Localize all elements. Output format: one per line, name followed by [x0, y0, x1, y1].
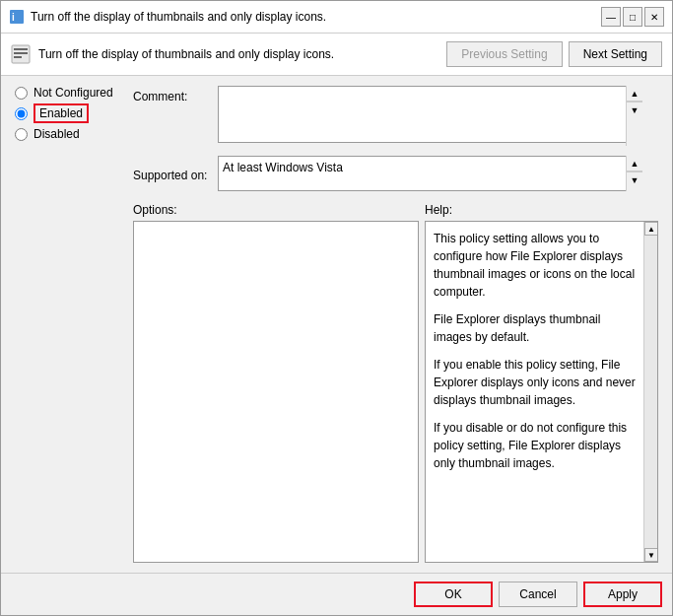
supported-scroll-down[interactable]: ▼ — [627, 171, 642, 187]
radio-section: Not Configured Enabled Disabled — [15, 86, 133, 141]
comment-label: Comment: — [133, 86, 212, 103]
prev-setting-button[interactable]: Previous Setting — [446, 41, 562, 67]
help-para-1: This policy setting allows you to config… — [434, 230, 636, 301]
panels-row: Options: Help: This policy setting allow… — [133, 203, 658, 563]
help-title: Help: — [425, 203, 658, 217]
ok-button[interactable]: OK — [414, 582, 493, 607]
close-button[interactable]: ✕ — [644, 7, 664, 27]
title-bar: i Turn off the display of thumbnails and… — [1, 1, 672, 34]
radio-disabled-label: Disabled — [34, 127, 80, 141]
svg-rect-4 — [14, 52, 28, 54]
radio-not-configured-label: Not Configured — [34, 86, 113, 100]
options-panel: Options: — [133, 203, 419, 563]
header-policy-icon — [11, 44, 31, 64]
svg-rect-3 — [14, 48, 28, 50]
cancel-button[interactable]: Cancel — [499, 582, 577, 607]
maximize-button[interactable]: □ — [623, 7, 642, 27]
header-buttons: Previous Setting Next Setting — [446, 41, 662, 67]
comment-scrollbar[interactable]: ▲ ▼ — [626, 86, 641, 146]
scroll-down-arrow[interactable]: ▼ — [627, 102, 642, 117]
help-para-2: File Explorer displays thumbnail images … — [434, 310, 636, 346]
radio-not-configured-input[interactable] — [15, 87, 28, 100]
supported-value: At least Windows Vista — [218, 156, 641, 191]
svg-text:i: i — [12, 12, 15, 23]
svg-rect-5 — [14, 56, 22, 58]
right-panel: Comment: ▲ ▼ Supported on: At least Wind… — [133, 86, 658, 563]
header-text: Turn off the display of thumbnails and o… — [38, 47, 438, 61]
help-content: This policy setting allows you to config… — [426, 222, 643, 490]
header-row: Turn off the display of thumbnails and o… — [1, 34, 672, 76]
left-panel: Not Configured Enabled Disabled — [15, 86, 133, 563]
help-para-3: If you enable this policy setting, File … — [434, 356, 636, 409]
help-scrollbar[interactable]: ▲ ▼ — [643, 222, 657, 562]
options-title: Options: — [133, 203, 419, 217]
help-box: This policy setting allows you to config… — [425, 221, 658, 563]
radio-enabled-label: Enabled — [34, 103, 89, 123]
help-scroll-up[interactable]: ▲ — [644, 222, 658, 236]
options-box — [133, 221, 419, 563]
supported-row: Supported on: At least Windows Vista ▲ ▼ — [133, 156, 658, 191]
title-bar-controls: — □ ✕ — [601, 7, 664, 27]
radio-disabled[interactable]: Disabled — [15, 127, 133, 141]
supported-scrollbar[interactable]: ▲ ▼ — [626, 156, 641, 191]
radio-disabled-input[interactable] — [15, 128, 28, 141]
comment-row: Comment: ▲ ▼ — [133, 86, 658, 146]
main-area: Not Configured Enabled Disabled Comment: — [1, 76, 672, 573]
help-scroll-track — [644, 236, 657, 548]
dialog-window: i Turn off the display of thumbnails and… — [0, 0, 673, 616]
footer: OK Cancel Apply — [1, 573, 672, 615]
radio-enabled-input[interactable] — [15, 107, 28, 120]
apply-button[interactable]: Apply — [583, 582, 662, 607]
supported-input-wrap: At least Windows Vista ▲ ▼ — [218, 156, 641, 191]
comment-field-wrap: ▲ ▼ — [218, 86, 641, 146]
help-scroll-down[interactable]: ▼ — [644, 548, 658, 562]
radio-not-configured[interactable]: Not Configured — [15, 86, 133, 100]
next-setting-button[interactable]: Next Setting — [569, 41, 662, 67]
supported-label: Supported on: — [133, 165, 212, 182]
supported-scroll-up[interactable]: ▲ — [627, 156, 642, 171]
help-para-4: If you disable or do not configure this … — [434, 419, 636, 472]
title-bar-icon: i — [9, 9, 25, 25]
minimize-button[interactable]: — — [601, 7, 621, 27]
radio-enabled[interactable]: Enabled — [15, 103, 133, 123]
title-bar-title: Turn off the display of thumbnails and o… — [31, 10, 595, 24]
scroll-up-arrow[interactable]: ▲ — [627, 86, 642, 102]
comment-textarea[interactable] — [218, 86, 641, 143]
help-panel: Help: This policy setting allows you to … — [425, 203, 658, 563]
